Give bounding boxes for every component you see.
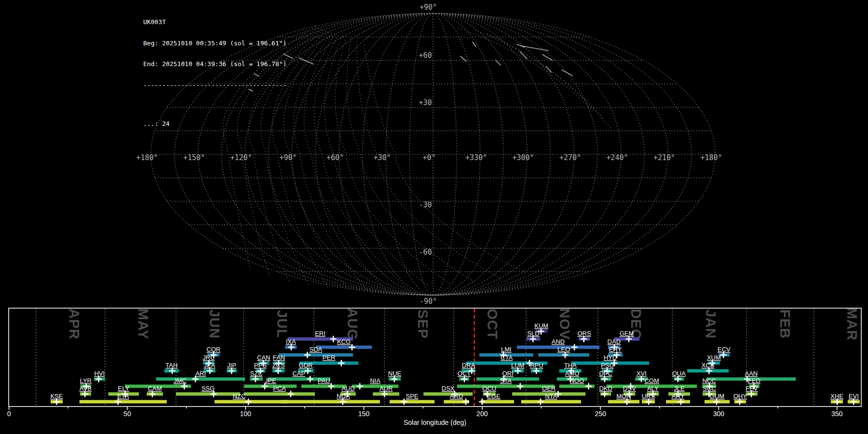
shower-label-AVB: AVB xyxy=(80,385,92,392)
shower-bar-ARI xyxy=(156,378,245,381)
meteor-path-circle xyxy=(475,30,603,118)
equator-longitude-label: +0° xyxy=(422,153,435,162)
shower-bar-ETA xyxy=(80,400,167,404)
month-label: FEB xyxy=(777,310,793,339)
meteor-streak xyxy=(546,67,551,72)
meteor-streak xyxy=(461,56,466,61)
shower-bar-NDA xyxy=(281,400,380,404)
session-begin: Beg: 20251010 00:35:49 (sol = 196.61°) xyxy=(143,40,286,47)
month-label: JAN xyxy=(703,309,719,339)
shower-label-PCA: PCA xyxy=(273,385,286,392)
shower-label-MON: MON xyxy=(616,393,631,400)
shower-label-ERI: ERI xyxy=(315,330,326,337)
shower-label-AUR: AUR xyxy=(380,385,393,392)
shower-label-DPC: DPC xyxy=(599,370,612,377)
shower-label-SSG: SSG xyxy=(202,385,215,392)
station-id: UK003T xyxy=(143,19,286,26)
latitude-label: +90° xyxy=(420,3,437,12)
shower-label-GDR: GDR xyxy=(299,362,313,369)
month-label: SEP xyxy=(415,309,431,339)
latitude-label: -60 xyxy=(419,248,432,257)
shower-label-AMO: AMO xyxy=(565,370,580,377)
shower-label-LMI: LMI xyxy=(501,346,512,353)
latitude-label: -90° xyxy=(420,297,437,306)
separator-line: -------------------------------------- xyxy=(143,82,286,89)
shower-bar-EGE xyxy=(481,400,514,404)
spacer xyxy=(143,103,286,107)
shower-label-HVI: HVI xyxy=(94,370,105,377)
shower-label-ARD: ARD xyxy=(450,393,463,400)
x-tick-label: 200 xyxy=(476,410,488,418)
meridian-line xyxy=(433,14,457,295)
shower-label-GEM: GEM xyxy=(620,330,634,337)
month-label: MAR xyxy=(844,307,860,340)
shower-label-JPE: JPE xyxy=(265,377,276,384)
session-info-panel: UK003T Beg: 20251010 00:35:49 (sol = 196… xyxy=(143,5,286,142)
sky-map-projection: +180°+150°+120°+90°+60°+30°+0°+330°+300°… xyxy=(0,0,868,307)
shower-bar-PCA xyxy=(244,393,315,396)
latitude-label: -30 xyxy=(419,201,432,209)
shower-label-STA: STA xyxy=(500,377,512,384)
shower-bar-JPE xyxy=(244,385,297,388)
shower-bar-PAU xyxy=(301,385,346,388)
x-tick-label: 0 xyxy=(7,410,11,418)
shower-label-OCU: OCU xyxy=(482,385,496,392)
x-tick-label: 100 xyxy=(240,410,252,418)
shower-label-ETA: ETA xyxy=(117,393,129,400)
shower-label-XUM: XUM xyxy=(707,354,721,361)
shower-label-NDA: NDA xyxy=(337,393,350,400)
shower-label-TAH: TAH xyxy=(165,362,177,369)
shower-label-CAP: CAP xyxy=(292,370,305,377)
meteor-streak xyxy=(496,60,501,65)
shower-label-XCB: XCB xyxy=(702,362,715,369)
equator-longitude-label: +330° xyxy=(465,153,487,162)
x-axis-title: Solar longitude (deg) xyxy=(404,419,466,426)
x-tick-label: 150 xyxy=(358,410,370,418)
meteor-streak xyxy=(299,58,313,64)
shower-label-LEO: LEO xyxy=(557,346,570,353)
shower-label-QUA: QUA xyxy=(672,370,686,377)
shower-label-AUD: AUD xyxy=(341,385,354,392)
shower-bar-DSX xyxy=(423,393,473,396)
meteor-count: ...: 24 xyxy=(143,121,286,128)
meteor-streak xyxy=(521,46,548,51)
month-label: APR xyxy=(67,309,82,339)
shower-label-CAM: CAM xyxy=(148,385,162,392)
shower-label-NTA: NTA xyxy=(545,393,557,400)
shower-label-NIA: NIA xyxy=(370,377,380,384)
shower-label-SZC: SZC xyxy=(250,370,263,377)
shower-label-CTA: CTA xyxy=(501,354,513,361)
x-tick-label: 250 xyxy=(595,410,606,418)
shower-label-NZC: NZC xyxy=(233,393,246,400)
shower-label-AND: AND xyxy=(552,338,565,345)
equator-longitude-label: +60° xyxy=(326,153,344,162)
session-end: End: 20251010 04:39:36 (sol = 196.78°) xyxy=(143,61,286,68)
solar-longitude-timeline-chart: APRMAYJUNJULAUGSEPOCTNOVDECJANFEBMARKUME… xyxy=(0,307,868,434)
shower-label-EHY: EHY xyxy=(609,346,622,353)
shower-label-SPE: SPE xyxy=(406,393,419,400)
month-label: MAY xyxy=(136,309,151,340)
shower-label-EGE: EGE xyxy=(487,393,501,400)
shower-label-COM: COM xyxy=(644,377,659,384)
meteor-path-circle xyxy=(458,28,593,111)
equator-longitude-label: +150° xyxy=(183,153,205,162)
month-label: JUN xyxy=(207,309,222,339)
month-label: NOV xyxy=(557,308,572,340)
shower-bar-NTA xyxy=(521,400,581,404)
shower-label-NOO: NOO xyxy=(570,377,584,384)
equator-longitude-label: +240° xyxy=(606,153,628,162)
shower-label-ARI: ARI xyxy=(195,370,206,377)
equator-longitude-label: +120° xyxy=(230,153,252,162)
shower-label-KCG: KCG xyxy=(337,338,351,345)
x-tick-label: 350 xyxy=(831,410,843,418)
meteor-streak xyxy=(520,52,527,59)
radiant-map-screen: +180°+150°+120°+90°+60°+30°+0°+330°+300°… xyxy=(0,0,868,434)
equator-longitude-label: +90° xyxy=(279,153,297,162)
shower-label-ECV: ECV xyxy=(718,346,731,353)
x-tick-label: 300 xyxy=(713,410,725,418)
shower-label-JLE: JLE xyxy=(674,385,685,392)
shower-label-AHY: AHY xyxy=(672,393,685,400)
equator-longitude-label: +180° xyxy=(700,153,722,162)
shower-bar-KCG xyxy=(316,346,372,349)
latitude-label: +30 xyxy=(419,98,432,107)
